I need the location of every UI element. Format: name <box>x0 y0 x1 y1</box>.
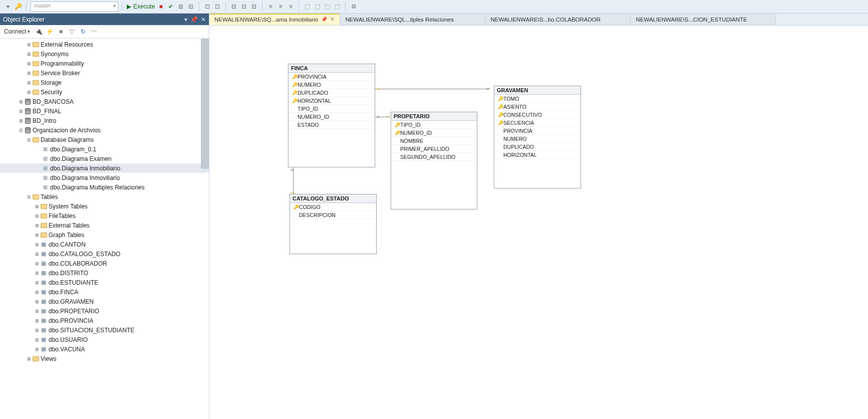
execute-button[interactable]: ▶ Execute <box>127 3 155 10</box>
filter-icon[interactable]: ▽ <box>68 28 76 36</box>
tbicon-14[interactable]: ⬚ <box>333 3 341 11</box>
tree-item-table-folder[interactable]: ⊞Graph Tables <box>0 230 209 240</box>
tree-item-table[interactable]: ⊞dbo.DISTRITO <box>0 268 209 278</box>
tree-item-table[interactable]: ⊞dbo.COLABORADOR <box>0 259 209 268</box>
entity-column[interactable]: 🔑DUPLICADO <box>288 89 375 97</box>
tree-item-table[interactable]: ⊞dbo.ESTUDIANTE <box>0 278 209 287</box>
tbicon-8[interactable]: ≡ <box>266 3 274 11</box>
tree-item-table[interactable]: ⊞dbo.PROVINCIA <box>0 316 209 325</box>
entity-column[interactable]: 🔑ASIENTO <box>494 103 581 111</box>
tree-item-table[interactable]: ⊞dbo.GRAVAMEN <box>0 297 209 306</box>
entity-column[interactable]: NUMERO <box>494 135 581 143</box>
pin-icon[interactable]: 📌 <box>321 17 327 22</box>
diagram-canvas[interactable]: ⊸ ∞ ∞ ⊸ ∞ ⊸ FINCA 🔑PROVINCIA🔑NUMERO🔑DUPL… <box>209 26 868 419</box>
tree-item-security[interactable]: ⊞Security <box>0 87 209 97</box>
entity-gravamen[interactable]: GRAVAMEN 🔑TOMO🔑ASIENTO🔑CONSECUTIVO🔑SECUE… <box>494 86 581 188</box>
tbicon-7[interactable]: ⊟ <box>250 3 258 11</box>
entity-column[interactable]: 🔑NUMERO_ID <box>391 129 477 137</box>
tree-item-table[interactable]: ⊞dbo.USUARIO <box>0 335 209 344</box>
entity-column[interactable]: 🔑CODIGO <box>290 203 376 211</box>
entity-column[interactable]: PROVINCIA <box>494 127 581 135</box>
activity-icon[interactable]: 〰 <box>90 28 98 36</box>
entity-catalogo[interactable]: CATALOGO_ESTADO 🔑CODIGODESCRIPCION <box>290 194 377 254</box>
entity-column[interactable]: DESCRIPCION <box>290 211 376 219</box>
tree-item-diagram[interactable]: dbo.Diagrama Multiples Relaciones <box>0 182 209 192</box>
tree-item-synonyms[interactable]: ⊞Synonyms <box>0 49 209 59</box>
entity-column[interactable]: PRIMER_APELLIDO <box>391 145 477 153</box>
tbicon-1[interactable]: ⊞ <box>177 3 185 11</box>
tbicon-6[interactable]: ⊟ <box>240 3 248 11</box>
tree-item-table[interactable]: ⊞dbo.SITUACION_ESTUDIANTE <box>0 325 209 335</box>
tree-item-db-intro[interactable]: ⊞BD_Intro <box>0 116 209 125</box>
entity-column[interactable]: NUMERO_ID <box>288 113 375 121</box>
pin-icon[interactable]: 📌 <box>190 16 198 23</box>
entity-column[interactable]: TIPO_ID <box>288 105 375 113</box>
tree-label: dbo.DISTRITO <box>49 270 88 277</box>
tbicon-10[interactable]: ≡ <box>286 3 295 11</box>
stop-icon[interactable]: ■ <box>57 28 65 36</box>
object-tree[interactable]: ⊞External Resources ⊞Synonyms ⊞Programma… <box>0 39 209 419</box>
tree-item-db-org[interactable]: ⊟Organizacion de Archvios <box>0 125 209 135</box>
tree-item-storage[interactable]: ⊞Storage <box>0 78 209 87</box>
entity-column[interactable]: 🔑PROVINCIA <box>288 73 375 81</box>
refresh-icon[interactable]: ↻ <box>79 28 87 36</box>
gear-icon[interactable]: ⚙ <box>350 3 358 11</box>
chevron-down-icon[interactable]: ▾ <box>4 3 12 11</box>
dropdown-icon[interactable]: ▾ <box>184 16 187 23</box>
tbicon-2[interactable]: ⊟ <box>187 3 195 11</box>
check-icon[interactable]: ✔ <box>167 3 175 11</box>
entity-column[interactable]: NOMBRE <box>391 137 477 145</box>
tbicon-13[interactable]: ⬚ <box>323 3 331 11</box>
database-combo[interactable]: master <box>31 2 118 12</box>
tab[interactable]: NEWALIENWARE\S...bo.COLABORADOR <box>485 14 631 25</box>
tree-item-table[interactable]: ⊞dbo.PROPETARIO <box>0 306 209 316</box>
tree-item-views[interactable]: ⊞Views <box>0 354 209 363</box>
unplug-icon[interactable]: ⚡ <box>46 28 54 36</box>
tree-item-database-diagrams[interactable]: ⊟Database Diagrams <box>0 135 209 144</box>
entity-propetario[interactable]: PROPETARIO 🔑TIPO_ID🔑NUMERO_IDNOMBREPRIME… <box>391 112 477 210</box>
tree-item-external-resources[interactable]: ⊞External Resources <box>0 40 209 49</box>
tbicon-4[interactable]: ⊡ <box>213 3 221 11</box>
tree-item-diagram[interactable]: dbo.Diagrama Inmoviliario <box>0 173 209 182</box>
tab[interactable]: NEWALIENWARE\SQL...tiples Relaciones <box>340 14 485 25</box>
tree-item-table[interactable]: ⊞dbo.CANTON <box>0 240 209 249</box>
tree-item-table[interactable]: ⊞dbo.CATALOGO_ESTADO <box>0 249 209 259</box>
tree-item-table-folder[interactable]: ⊞FileTables <box>0 211 209 221</box>
entity-column[interactable]: 🔑TIPO_ID <box>391 121 477 129</box>
tree-item-programmability[interactable]: ⊞Programmability <box>0 59 209 68</box>
entity-column[interactable]: DUPLICADO <box>494 143 581 151</box>
plug-icon[interactable]: 🔌 <box>35 28 43 36</box>
tree-item-table-folder[interactable]: ⊞External Tables <box>0 221 209 230</box>
entity-column[interactable]: 🔑NUMERO <box>288 81 375 89</box>
tree-item-tables[interactable]: ⊟Tables <box>0 192 209 201</box>
tree-item-service-broker[interactable]: ⊞Service Broker <box>0 68 209 78</box>
entity-column[interactable]: HORIZONTAL <box>494 151 581 159</box>
tbicon-9[interactable]: ≡ <box>276 3 284 11</box>
entity-column[interactable]: ESTADO <box>288 121 375 129</box>
entity-column[interactable]: 🔑TOMO <box>494 95 581 103</box>
tbicon-12[interactable]: ⬚ <box>313 3 321 11</box>
entity-column[interactable]: SEGUNDO_APELLIDO <box>391 153 477 161</box>
connect-button[interactable]: Connect ▾ <box>2 27 32 36</box>
stop-icon[interactable]: ■ <box>157 3 165 11</box>
tree-item-diagram[interactable]: dbo.Diagrama Examen <box>0 154 209 163</box>
tree-item-diagram-selected[interactable]: dbo.Diagrama Inmobiliario <box>0 163 209 173</box>
tab[interactable]: NEWALIENWARE\S...CION_ESTUDIANTE <box>631 14 776 25</box>
scrollbar[interactable] <box>201 39 209 169</box>
entity-column[interactable]: 🔑CONSECUTIVO <box>494 111 581 119</box>
tbicon-11[interactable]: ⬚ <box>303 3 311 11</box>
tree-item-db-final[interactable]: ⊞BD_FINAL <box>0 106 209 116</box>
tree-item-db-bancosa[interactable]: ⊞BD_BANCOSA <box>0 97 209 106</box>
entity-finca[interactable]: FINCA 🔑PROVINCIA🔑NUMERO🔑DUPLICADO🔑HORIZO… <box>288 64 375 167</box>
tree-item-table[interactable]: ⊞dbo.FINCA <box>0 287 209 297</box>
entity-column[interactable]: 🔑HORIZONTAL <box>288 97 375 105</box>
entity-column[interactable]: 🔑SECUENCIA <box>494 119 581 127</box>
tbicon-5[interactable]: ⊟ <box>230 3 238 11</box>
tbicon-3[interactable]: ⊡ <box>203 3 211 11</box>
tree-item-table-folder[interactable]: ⊞System Tables <box>0 201 209 211</box>
close-icon[interactable]: ✕ <box>201 16 206 23</box>
close-icon[interactable]: ✕ <box>330 16 335 23</box>
tab-active[interactable]: NEWALIENWARE\SQ...ama Inmobiliario 📌 ✕ <box>209 14 340 25</box>
tree-item-table[interactable]: ⊞dbo.VACUNA <box>0 344 209 354</box>
tree-item-diagram[interactable]: dbo.Diagram_0.1 <box>0 144 209 154</box>
